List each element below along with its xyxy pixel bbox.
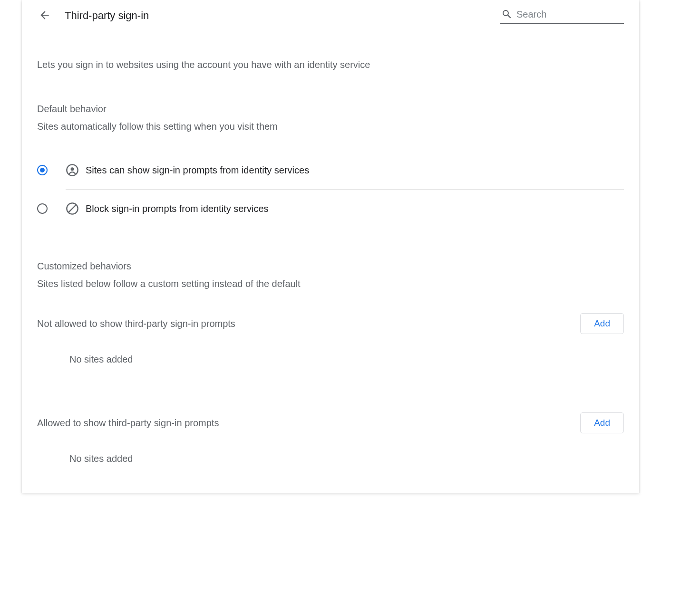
content: Lets you sign in to websites using the a…: [22, 33, 639, 493]
customized-title: Customized behaviors: [37, 261, 624, 272]
header: Third-party sign-in: [22, 0, 639, 33]
settings-card: Third-party sign-in Lets you sign in to …: [22, 0, 639, 493]
svg-point-1: [71, 167, 74, 171]
svg-line-3: [68, 205, 76, 212]
search-input[interactable]: [516, 9, 637, 20]
arrow-left-icon: [39, 9, 51, 23]
default-behavior-title: Default behavior: [37, 104, 624, 115]
customized-desc: Sites listed below follow a custom setti…: [37, 278, 624, 289]
radio-button-unchecked[interactable]: [37, 203, 48, 214]
not-allowed-empty: No sites added: [69, 354, 624, 365]
radio-option-allow-label: Sites can show sign-in prompts from iden…: [86, 165, 309, 176]
radio-button-checked[interactable]: [37, 165, 48, 175]
block-icon: [66, 202, 79, 215]
add-not-allowed-button[interactable]: Add: [580, 313, 624, 334]
search-field[interactable]: [500, 8, 624, 24]
default-behavior-desc: Sites automatically follow this setting …: [37, 121, 624, 132]
radio-option-block[interactable]: Block sign-in prompts from identity serv…: [37, 190, 624, 228]
radio-option-allow[interactable]: Sites can show sign-in prompts from iden…: [37, 151, 624, 189]
intro-text: Lets you sign in to websites using the a…: [37, 58, 624, 71]
allowed-empty: No sites added: [69, 453, 624, 464]
back-button[interactable]: [37, 8, 52, 23]
search-icon: [501, 9, 513, 20]
not-allowed-section: Not allowed to show third-party sign-in …: [37, 313, 624, 334]
add-allowed-button[interactable]: Add: [580, 412, 624, 433]
person-circle-icon: [66, 163, 79, 177]
allowed-section: Allowed to show third-party sign-in prom…: [37, 412, 624, 433]
radio-option-block-label: Block sign-in prompts from identity serv…: [86, 203, 269, 214]
not-allowed-label: Not allowed to show third-party sign-in …: [37, 318, 580, 329]
allowed-label: Allowed to show third-party sign-in prom…: [37, 418, 580, 429]
page-title: Third-party sign-in: [65, 10, 500, 22]
